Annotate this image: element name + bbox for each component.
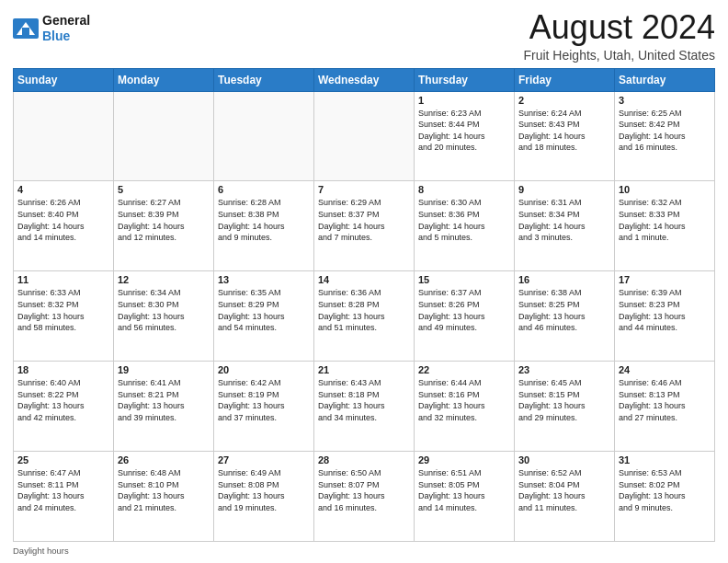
day-number: 21 (318, 364, 410, 375)
page: General Blue August 2024 Fruit Heights, … (0, 0, 728, 563)
day-info: Sunrise: 6:27 AM Sunset: 8:39 PM Dayligh… (118, 197, 210, 243)
day-number: 22 (418, 364, 510, 375)
logo-line1: General (42, 13, 90, 29)
calendar-header-thursday: Thursday (415, 68, 515, 91)
day-info: Sunrise: 6:51 AM Sunset: 8:05 PM Dayligh… (418, 467, 510, 513)
calendar-cell (214, 91, 314, 181)
day-info: Sunrise: 6:48 AM Sunset: 8:10 PM Dayligh… (118, 467, 210, 513)
logo-icon (13, 18, 39, 39)
svg-rect-2 (22, 28, 29, 35)
day-info: Sunrise: 6:28 AM Sunset: 8:38 PM Dayligh… (218, 197, 310, 243)
day-info: Sunrise: 6:53 AM Sunset: 8:02 PM Dayligh… (619, 467, 711, 513)
day-info: Sunrise: 6:36 AM Sunset: 8:28 PM Dayligh… (318, 287, 410, 333)
calendar-header-row: SundayMondayTuesdayWednesdayThursdayFrid… (14, 68, 715, 91)
day-number: 29 (418, 454, 510, 465)
calendar-header-tuesday: Tuesday (214, 68, 314, 91)
calendar-week-0: 1Sunrise: 6:23 AM Sunset: 8:44 PM Daylig… (14, 91, 715, 181)
calendar-week-2: 11Sunrise: 6:33 AM Sunset: 8:32 PM Dayli… (14, 271, 715, 362)
calendar-cell: 12Sunrise: 6:34 AM Sunset: 8:30 PM Dayli… (114, 271, 214, 362)
calendar-cell: 15Sunrise: 6:37 AM Sunset: 8:26 PM Dayli… (415, 271, 515, 362)
day-info: Sunrise: 6:29 AM Sunset: 8:37 PM Dayligh… (318, 197, 410, 243)
day-info: Sunrise: 6:23 AM Sunset: 8:44 PM Dayligh… (418, 108, 510, 154)
day-info: Sunrise: 6:39 AM Sunset: 8:23 PM Dayligh… (619, 287, 711, 333)
calendar-cell: 18Sunrise: 6:40 AM Sunset: 8:22 PM Dayli… (14, 362, 114, 452)
day-info: Sunrise: 6:49 AM Sunset: 8:08 PM Dayligh… (218, 467, 310, 513)
calendar-cell: 19Sunrise: 6:41 AM Sunset: 8:21 PM Dayli… (114, 362, 214, 452)
calendar-cell: 20Sunrise: 6:42 AM Sunset: 8:19 PM Dayli… (214, 362, 314, 452)
calendar-cell: 26Sunrise: 6:48 AM Sunset: 8:10 PM Dayli… (114, 452, 214, 542)
day-number: 17 (619, 274, 711, 285)
calendar-week-4: 25Sunrise: 6:47 AM Sunset: 8:11 PM Dayli… (14, 452, 715, 542)
calendar-cell: 8Sunrise: 6:30 AM Sunset: 8:36 PM Daylig… (415, 181, 515, 271)
day-number: 9 (518, 184, 610, 195)
day-number: 20 (218, 364, 310, 375)
day-info: Sunrise: 6:30 AM Sunset: 8:36 PM Dayligh… (418, 197, 510, 243)
footer-note: Daylight hours (13, 546, 715, 556)
day-number: 7 (318, 184, 410, 195)
calendar-cell: 27Sunrise: 6:49 AM Sunset: 8:08 PM Dayli… (214, 452, 314, 542)
calendar-header-friday: Friday (515, 68, 615, 91)
day-info: Sunrise: 6:25 AM Sunset: 8:42 PM Dayligh… (619, 108, 711, 154)
day-info: Sunrise: 6:50 AM Sunset: 8:07 PM Dayligh… (318, 467, 410, 513)
day-info: Sunrise: 6:40 AM Sunset: 8:22 PM Dayligh… (17, 377, 109, 423)
day-number: 8 (418, 184, 510, 195)
day-info: Sunrise: 6:34 AM Sunset: 8:30 PM Dayligh… (118, 287, 210, 333)
calendar-cell: 11Sunrise: 6:33 AM Sunset: 8:32 PM Dayli… (14, 271, 114, 362)
day-info: Sunrise: 6:37 AM Sunset: 8:26 PM Dayligh… (418, 287, 510, 333)
calendar-cell: 28Sunrise: 6:50 AM Sunset: 8:07 PM Dayli… (314, 452, 415, 542)
day-number: 31 (619, 454, 711, 465)
day-number: 4 (17, 184, 109, 195)
day-number: 16 (518, 274, 610, 285)
logo: General Blue (13, 9, 90, 44)
day-number: 5 (118, 184, 210, 195)
day-number: 18 (17, 364, 109, 375)
calendar-header-wednesday: Wednesday (314, 68, 415, 91)
day-number: 12 (118, 274, 210, 285)
day-info: Sunrise: 6:43 AM Sunset: 8:18 PM Dayligh… (318, 377, 410, 423)
calendar-cell: 13Sunrise: 6:35 AM Sunset: 8:29 PM Dayli… (214, 271, 314, 362)
day-number: 1 (418, 95, 510, 106)
logo-line2: Blue (42, 29, 70, 43)
day-info: Sunrise: 6:33 AM Sunset: 8:32 PM Dayligh… (17, 287, 109, 333)
day-number: 13 (218, 274, 310, 285)
calendar-cell (114, 91, 214, 181)
calendar-cell: 24Sunrise: 6:46 AM Sunset: 8:13 PM Dayli… (615, 362, 715, 452)
calendar-cell: 1Sunrise: 6:23 AM Sunset: 8:44 PM Daylig… (415, 91, 515, 181)
calendar-cell: 30Sunrise: 6:52 AM Sunset: 8:04 PM Dayli… (515, 452, 615, 542)
calendar-cell: 22Sunrise: 6:44 AM Sunset: 8:16 PM Dayli… (415, 362, 515, 452)
calendar-cell: 16Sunrise: 6:38 AM Sunset: 8:25 PM Dayli… (515, 271, 615, 362)
day-number: 30 (518, 454, 610, 465)
day-number: 24 (619, 364, 711, 375)
day-info: Sunrise: 6:44 AM Sunset: 8:16 PM Dayligh… (418, 377, 510, 423)
day-number: 3 (619, 95, 711, 106)
day-number: 11 (17, 274, 109, 285)
day-info: Sunrise: 6:46 AM Sunset: 8:13 PM Dayligh… (619, 377, 711, 423)
day-info: Sunrise: 6:42 AM Sunset: 8:19 PM Dayligh… (218, 377, 310, 423)
calendar-header-monday: Monday (114, 68, 214, 91)
day-number: 14 (318, 274, 410, 285)
calendar-cell: 23Sunrise: 6:45 AM Sunset: 8:15 PM Dayli… (515, 362, 615, 452)
calendar-cell: 17Sunrise: 6:39 AM Sunset: 8:23 PM Dayli… (615, 271, 715, 362)
calendar-cell (14, 91, 114, 181)
day-info: Sunrise: 6:35 AM Sunset: 8:29 PM Dayligh… (218, 287, 310, 333)
day-info: Sunrise: 6:45 AM Sunset: 8:15 PM Dayligh… (518, 377, 610, 423)
logo-text: General Blue (42, 13, 90, 44)
calendar-cell: 5Sunrise: 6:27 AM Sunset: 8:39 PM Daylig… (114, 181, 214, 271)
day-number: 26 (118, 454, 210, 465)
calendar-cell (314, 91, 415, 181)
calendar-table: SundayMondayTuesdayWednesdayThursdayFrid… (13, 68, 715, 542)
day-number: 23 (518, 364, 610, 375)
day-number: 19 (118, 364, 210, 375)
day-info: Sunrise: 6:26 AM Sunset: 8:40 PM Dayligh… (17, 197, 109, 243)
day-info: Sunrise: 6:52 AM Sunset: 8:04 PM Dayligh… (518, 467, 610, 513)
day-info: Sunrise: 6:38 AM Sunset: 8:25 PM Dayligh… (518, 287, 610, 333)
title-block: August 2024 Fruit Heights, Utah, United … (523, 9, 715, 63)
calendar-cell: 6Sunrise: 6:28 AM Sunset: 8:38 PM Daylig… (214, 181, 314, 271)
day-info: Sunrise: 6:41 AM Sunset: 8:21 PM Dayligh… (118, 377, 210, 423)
daylight-label: Daylight hours (13, 546, 69, 556)
day-number: 15 (418, 274, 510, 285)
calendar-cell: 31Sunrise: 6:53 AM Sunset: 8:02 PM Dayli… (615, 452, 715, 542)
month-title: August 2024 (523, 9, 715, 46)
calendar-cell: 10Sunrise: 6:32 AM Sunset: 8:33 PM Dayli… (615, 181, 715, 271)
location-title: Fruit Heights, Utah, United States (523, 48, 715, 63)
